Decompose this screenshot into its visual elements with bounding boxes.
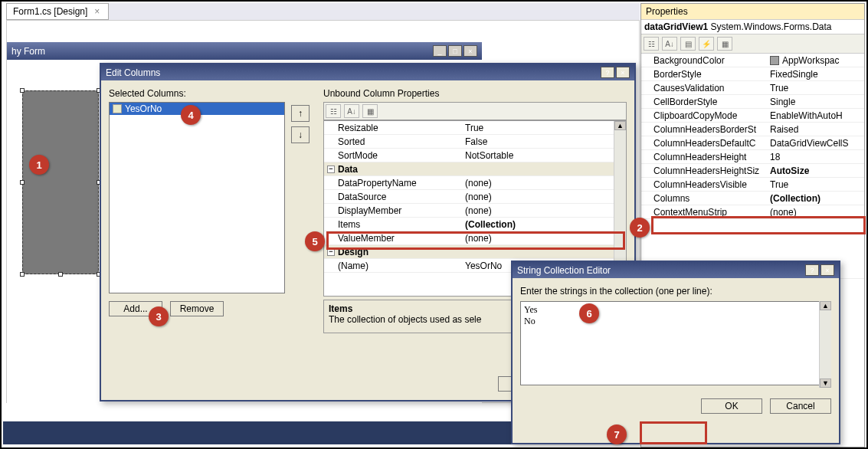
property-value[interactable]: NotSortable bbox=[462, 149, 626, 162]
property-name: ColumnHeadersHeight bbox=[641, 150, 767, 163]
form-title-text: hy Form bbox=[11, 46, 45, 57]
alphabetical-icon[interactable]: A↓ bbox=[344, 104, 359, 118]
property-name: CellBorderStyle bbox=[641, 95, 767, 108]
expand-collapse-icon[interactable]: − bbox=[327, 166, 335, 173]
property-row[interactable]: BackgroundColorAppWorkspac bbox=[641, 54, 864, 67]
property-row[interactable]: ResizableTrue bbox=[324, 121, 626, 135]
property-row[interactable]: DataSource(none) bbox=[324, 190, 626, 204]
property-name: ColumnHeadersBorderSt bbox=[641, 123, 767, 136]
ok-button[interactable]: OK bbox=[701, 398, 762, 414]
property-name: BorderStyle bbox=[641, 67, 767, 80]
property-name: DataSource bbox=[324, 190, 462, 203]
callout-6: 6 bbox=[579, 303, 599, 323]
callout-3: 3 bbox=[149, 306, 169, 326]
property-value[interactable]: 18 bbox=[767, 150, 864, 163]
callout-1: 1 bbox=[29, 155, 49, 175]
property-row[interactable]: ClipboardCopyModeEnableWithAutoH bbox=[641, 109, 864, 123]
edit-columns-title-text: Edit Columns bbox=[106, 67, 160, 78]
callout-4: 4 bbox=[181, 105, 201, 125]
minimize-icon[interactable]: _ bbox=[433, 45, 447, 57]
property-row[interactable]: ColumnHeadersHeightSizAutoSize bbox=[641, 164, 864, 178]
property-value[interactable]: True bbox=[462, 121, 626, 134]
property-value[interactable]: AutoSize bbox=[767, 164, 864, 177]
close-icon[interactable]: × bbox=[821, 264, 834, 276]
move-up-button[interactable]: ↑ bbox=[291, 105, 310, 122]
datagridview-control[interactable] bbox=[22, 90, 99, 274]
property-row[interactable]: ColumnHeadersHeight18 bbox=[641, 150, 864, 164]
property-value[interactable]: False bbox=[462, 135, 626, 148]
collection-strings-input[interactable] bbox=[520, 301, 831, 385]
property-name: ColumnHeadersDefaultC bbox=[641, 136, 767, 149]
scrollbar[interactable] bbox=[819, 301, 831, 388]
property-value[interactable]: AppWorkspac bbox=[767, 54, 864, 67]
property-row[interactable]: ColumnHeadersVisibleTrue bbox=[641, 178, 864, 192]
property-row[interactable]: SortedFalse bbox=[324, 135, 626, 149]
move-down-button[interactable]: ↓ bbox=[291, 126, 310, 143]
property-row[interactable]: Items(Collection) bbox=[324, 218, 626, 231]
property-row[interactable]: DisplayMember(none) bbox=[324, 204, 626, 218]
property-value[interactable]: (none) bbox=[767, 205, 864, 218]
property-row[interactable]: BorderStyleFixedSingle bbox=[641, 67, 864, 81]
properties-icon[interactable]: ▤ bbox=[680, 37, 696, 51]
selected-object-type: System.Windows.Forms.Data bbox=[711, 21, 832, 32]
property-value[interactable]: Single bbox=[767, 95, 864, 108]
remove-button[interactable]: Remove bbox=[170, 301, 224, 316]
property-value[interactable]: (Collection) bbox=[462, 218, 626, 231]
property-row[interactable]: ColumnHeadersDefaultCDataGridViewCellS bbox=[641, 136, 864, 150]
property-name: ColumnHeadersVisible bbox=[641, 178, 767, 191]
property-value[interactable]: (none) bbox=[462, 176, 626, 189]
help-icon[interactable]: ? bbox=[805, 264, 819, 276]
help-icon[interactable]: ? bbox=[601, 67, 614, 78]
property-row[interactable]: SortModeNotSortable bbox=[324, 149, 626, 162]
property-value[interactable]: FixedSingle bbox=[767, 67, 864, 80]
property-row[interactable]: ContextMenuStrip(none) bbox=[641, 205, 864, 219]
property-value[interactable]: (none) bbox=[462, 231, 626, 244]
close-icon[interactable]: × bbox=[616, 67, 630, 78]
property-pages-icon[interactable]: ▦ bbox=[362, 104, 378, 118]
property-row[interactable]: DataPropertyName(none) bbox=[324, 176, 626, 190]
edit-columns-titlebar: Edit Columns ? × bbox=[101, 64, 634, 80]
document-tab[interactable]: Form1.cs [Design] × bbox=[6, 3, 109, 20]
callout-2: 2 bbox=[630, 218, 650, 238]
property-category[interactable]: −Design bbox=[324, 245, 626, 259]
alphabetical-icon[interactable]: A↓ bbox=[662, 37, 677, 51]
events-icon[interactable]: ⚡ bbox=[699, 37, 714, 51]
properties-object-selector[interactable]: dataGridView1 System.Windows.Forms.Data bbox=[641, 20, 864, 34]
property-name: Items bbox=[324, 218, 462, 231]
categorized-icon[interactable]: ☷ bbox=[644, 37, 659, 51]
collection-editor-titlebar: String Collection Editor ? × bbox=[513, 262, 839, 278]
property-name: ColumnHeadersHeightSiz bbox=[641, 164, 767, 177]
property-name: ClipboardCopyMode bbox=[641, 109, 767, 122]
property-name: ContextMenuStrip bbox=[641, 205, 767, 218]
properties-panel-title: Properties bbox=[641, 4, 864, 20]
property-row[interactable]: CausesValidationTrue bbox=[641, 81, 864, 95]
property-value[interactable]: EnableWithAutoH bbox=[767, 109, 864, 122]
callout-7: 7 bbox=[607, 424, 627, 444]
property-name: Resizable bbox=[324, 121, 462, 134]
property-row[interactable]: CellBorderStyleSingle bbox=[641, 95, 864, 109]
property-value[interactable]: DataGridViewCellS bbox=[767, 136, 864, 149]
property-pages-icon[interactable]: ▦ bbox=[717, 37, 732, 51]
property-row[interactable]: ColumnHeadersBorderStRaised bbox=[641, 123, 864, 136]
property-value[interactable]: (none) bbox=[462, 204, 626, 217]
property-value[interactable]: Raised bbox=[767, 123, 864, 136]
document-tab-label: Form1.cs [Design] bbox=[13, 6, 87, 17]
maximize-icon[interactable]: □ bbox=[448, 45, 462, 57]
property-value[interactable]: True bbox=[767, 178, 864, 191]
expand-collapse-icon[interactable]: − bbox=[327, 248, 335, 256]
property-value[interactable]: True bbox=[767, 81, 864, 94]
collection-editor-prompt: Enter the strings in the collection (one… bbox=[520, 286, 831, 297]
tab-close-icon[interactable]: × bbox=[92, 6, 102, 17]
close-icon[interactable]: × bbox=[463, 45, 477, 57]
property-name: SortMode bbox=[324, 149, 462, 162]
selected-columns-list[interactable]: YesOrNo bbox=[109, 102, 285, 293]
cancel-button[interactable]: Cancel bbox=[770, 398, 831, 414]
callout-5: 5 bbox=[305, 231, 325, 251]
property-row[interactable]: ValueMember(none) bbox=[324, 231, 626, 245]
property-value[interactable]: (none) bbox=[462, 190, 626, 203]
property-row[interactable]: Columns(Collection) bbox=[641, 192, 864, 205]
property-category[interactable]: −Data bbox=[324, 162, 626, 176]
form-titlebar: hy Form _ □ × bbox=[7, 42, 482, 60]
property-value[interactable]: (Collection) bbox=[767, 192, 864, 205]
categorized-icon[interactable]: ☷ bbox=[326, 104, 341, 118]
